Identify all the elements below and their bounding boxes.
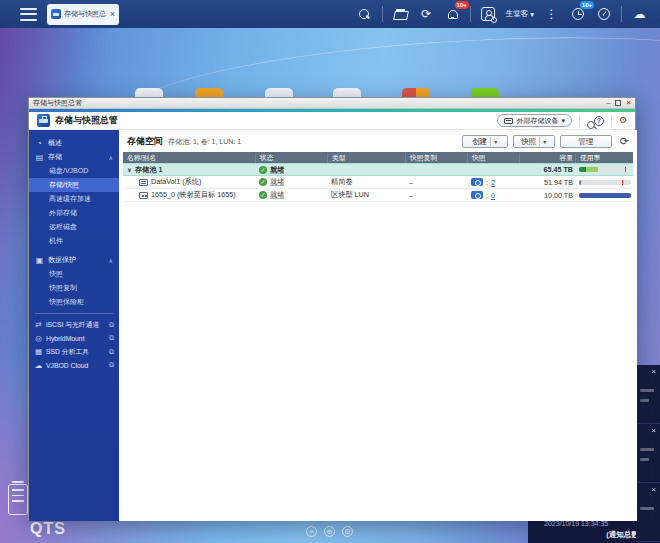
ssd-tool-icon: ▦ bbox=[34, 347, 43, 356]
sidebar-link-label: HybridMount bbox=[46, 335, 85, 342]
sidebar-link-label: SSD 分析工具 bbox=[46, 347, 89, 357]
sidebar-item-overview[interactable]: ◔ 概述 bbox=[29, 136, 119, 150]
table-row-storage-pool[interactable]: ∨ 存储池 1 ✓ 就绪 65.45 TB bbox=[123, 163, 633, 176]
taskbar-divider bbox=[621, 6, 622, 22]
storage-summary: 存储池: 1, 卷: 1, LUN: 1 bbox=[168, 137, 241, 147]
status-label[interactable]: 就绪 bbox=[270, 165, 284, 175]
sidebar-link-ssd-profiling[interactable]: ▦ SSD 分析工具 ⧉ bbox=[29, 345, 119, 359]
sidebar-item-snapshot[interactable]: 快照 bbox=[29, 267, 119, 281]
col-utilization[interactable]: 使用率 bbox=[575, 153, 633, 163]
vjbod-cloud-icon: ☁ bbox=[34, 361, 43, 370]
toast-close-icon[interactable]: × bbox=[651, 427, 656, 435]
snapshot-count-link[interactable]: 0 bbox=[491, 191, 495, 200]
notification-toast[interactable]: × bbox=[636, 365, 660, 424]
chevron-up-icon[interactable]: ∧ bbox=[109, 257, 113, 264]
app-center-icon[interactable] bbox=[392, 6, 409, 23]
status-ok-icon: ✓ bbox=[259, 166, 267, 174]
tab-close-icon[interactable]: × bbox=[110, 10, 115, 19]
sidebar-item-remote-disk[interactable]: 远程磁盘 bbox=[29, 220, 119, 234]
usage-bar bbox=[579, 180, 631, 185]
col-capacity[interactable]: 容量 bbox=[519, 153, 575, 163]
status-label[interactable]: 就绪 bbox=[270, 177, 284, 187]
storage-app-icon bbox=[51, 9, 61, 19]
sidebar-item-storage-snapshots[interactable]: 存储/快照 bbox=[29, 178, 119, 192]
dock-icon-2[interactable]: ⊕ bbox=[324, 526, 335, 537]
sidebar-section-data-protection[interactable]: ▣ 数据保护 ∧ bbox=[29, 253, 119, 267]
table-row-volume[interactable]: DataVol1 (系统) ✓ 就绪 精简卷 – : 2 bbox=[123, 176, 633, 189]
window-title: 存储与快照总管 bbox=[33, 98, 82, 108]
col-name[interactable]: 名称/别名 bbox=[123, 153, 255, 163]
chevron-down-icon: ▾ bbox=[561, 117, 565, 125]
sidebar-link-iscsi[interactable]: ⇄ iSCSI 与光纤通道 ⧉ bbox=[29, 318, 119, 332]
sidebar-item-label: 存储/快照 bbox=[49, 180, 79, 190]
create-button[interactable]: 创建 ▾ bbox=[462, 135, 508, 148]
user-menu[interactable]: 生堂客 ▾ bbox=[506, 9, 534, 19]
help-icon[interactable]: ? bbox=[594, 116, 604, 126]
qts-desktop: 存储与快照总.. × ⟳ 10+ 生堂客 ▾ ⋮ 10+ bbox=[0, 0, 660, 543]
sidebar-item-snapshot-vault[interactable]: 快照保险柜 bbox=[29, 295, 119, 309]
snapshot-badge-icon bbox=[471, 191, 483, 199]
notification-badge: 10+ bbox=[455, 1, 469, 9]
sidebar-item-snapshot-replica[interactable]: 快照复制 bbox=[29, 281, 119, 295]
sidebar-link-label: iSCSI 与光纤通道 bbox=[46, 320, 99, 330]
snapshot-count-link[interactable]: 2 bbox=[491, 178, 495, 187]
sidebar-link-vjbod-cloud[interactable]: ☁ VJBOD Cloud ⧉ bbox=[29, 359, 119, 373]
sidebar-item-cache-acceleration[interactable]: 高速缓存加速 bbox=[29, 192, 119, 206]
chevron-down-icon: ▾ bbox=[530, 10, 534, 19]
minimize-button[interactable]: – bbox=[606, 99, 610, 107]
notification-bell-icon[interactable]: 10+ bbox=[444, 6, 461, 23]
chevron-up-icon[interactable]: ∧ bbox=[109, 154, 113, 161]
external-link-icon: ⧉ bbox=[109, 334, 114, 342]
col-status[interactable]: 状态 bbox=[255, 153, 327, 163]
external-storage-devices-button[interactable]: 外部存储设备 ▾ bbox=[497, 114, 572, 127]
status-label[interactable]: 就绪 bbox=[270, 190, 284, 200]
resource-monitor-icon[interactable] bbox=[595, 6, 612, 23]
maximize-button[interactable] bbox=[615, 100, 621, 106]
sync-icon[interactable]: ⟳ bbox=[418, 6, 435, 23]
table-header-row: 名称/别名 状态 类型 快照复制 快照 容量 使用率 bbox=[123, 152, 633, 163]
refresh-icon[interactable]: ⟳ bbox=[620, 136, 629, 147]
storage-app-icon bbox=[37, 114, 50, 127]
table-row-lun[interactable]: 1655_0 (映射至目标 1655) ✓ 就绪 区块型 LUN – : 0 bbox=[123, 189, 633, 202]
app-header: 存储与快照总管 外部存储设备 ▾ ? ⚙ bbox=[29, 112, 635, 130]
main-menu-icon[interactable] bbox=[20, 8, 37, 21]
col-snapshot[interactable]: 快照 bbox=[467, 153, 519, 163]
dock-icon-1[interactable]: ≡ bbox=[306, 526, 317, 537]
col-type[interactable]: 类型 bbox=[327, 153, 405, 163]
sidebar-section-storage[interactable]: ▤ 存储 ∧ bbox=[29, 150, 119, 164]
system-clock: 2023/10/19 13:34:35 bbox=[544, 520, 608, 527]
toast-close-icon[interactable]: × bbox=[651, 368, 656, 376]
notification-toast-panel: × × × bbox=[636, 365, 660, 543]
sidebar-item-external-storage[interactable]: 外部存储 bbox=[29, 206, 119, 220]
external-link-icon: ⧉ bbox=[109, 361, 114, 369]
col-snapshot-replica[interactable]: 快照复制 bbox=[405, 153, 467, 163]
sidebar-item-disks-vjbod[interactable]: 磁盘/VJBOD bbox=[29, 164, 119, 178]
background-tasks-icon[interactable]: 10+ bbox=[569, 6, 586, 23]
sidebar-link-label: VJBOD Cloud bbox=[46, 362, 88, 369]
window-titlebar[interactable]: 存储与快照总管 – × bbox=[29, 98, 635, 109]
chevron-down-icon: ▾ bbox=[543, 138, 546, 145]
settings-gear-icon[interactable]: ⚙ bbox=[619, 116, 627, 125]
close-button[interactable]: × bbox=[626, 99, 631, 107]
more-options-icon[interactable]: ⋮ bbox=[543, 6, 560, 23]
notification-toast[interactable]: × bbox=[636, 424, 660, 483]
capacity-cell: 65.45 TB bbox=[519, 165, 575, 174]
user-avatar[interactable] bbox=[480, 6, 497, 23]
sidebar-section-label: 存储 bbox=[48, 152, 62, 162]
sidebar-item-enclosure[interactable]: 机件 bbox=[29, 234, 119, 248]
storage-icon: ▤ bbox=[35, 153, 44, 162]
taskbar-tab-storage-snapshots[interactable]: 存储与快照总.. × bbox=[47, 4, 119, 25]
snapshot-button[interactable]: 快照 ▾ bbox=[513, 135, 555, 148]
replica-cell: – bbox=[405, 178, 467, 187]
nas-recycle-icon[interactable] bbox=[8, 484, 28, 515]
sidebar-item-label: 快照 bbox=[49, 269, 63, 279]
hybridmount-icon: ◎ bbox=[34, 334, 43, 343]
dock-icon-3[interactable]: ⊞ bbox=[342, 526, 353, 537]
search-icon[interactable] bbox=[356, 6, 373, 23]
manage-button[interactable]: 管理 bbox=[560, 135, 612, 148]
collapse-chevron-icon[interactable]: ∨ bbox=[127, 166, 132, 173]
myqnapcloud-icon[interactable]: ☁ bbox=[631, 6, 648, 23]
notification-toast[interactable]: × bbox=[636, 483, 660, 542]
sidebar-link-hybridmount[interactable]: ◎ HybridMount ⧉ bbox=[29, 332, 119, 346]
toast-close-icon[interactable]: × bbox=[651, 486, 656, 494]
